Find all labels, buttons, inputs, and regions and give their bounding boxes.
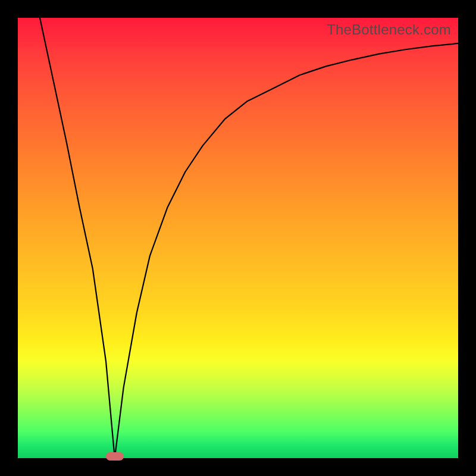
optimal-marker — [106, 452, 124, 461]
chart-frame: TheBottleneck.com — [0, 0, 476, 476]
plot-area: TheBottleneck.com — [18, 18, 458, 458]
bottleneck-curve — [18, 18, 458, 458]
